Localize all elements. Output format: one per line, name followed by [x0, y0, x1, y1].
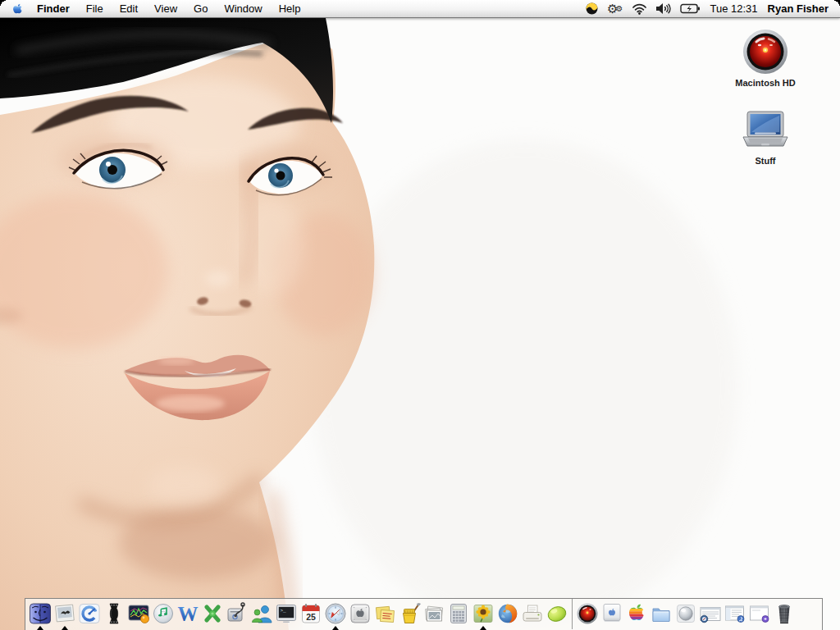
dock-icon-rainbow-apple[interactable] [624, 599, 649, 630]
dock-icon-green-figure-app[interactable] [200, 599, 225, 630]
svg-text:25: 25 [306, 612, 316, 622]
dock-icon-itunes[interactable] [151, 599, 176, 630]
dock-icon-film-spool-app[interactable] [102, 599, 126, 630]
dock-icon-bird-photo-viewer[interactable] [52, 599, 77, 630]
menu-list: Finder File Edit View Go Window Help [29, 0, 308, 18]
dock-icon-mop-bucket-app[interactable] [397, 599, 422, 630]
apple-menu-icon[interactable] [11, 2, 24, 16]
dock-divider [572, 599, 573, 629]
screen-corner-top-right [834, 0, 840, 6]
menu-edit[interactable]: Edit [112, 0, 146, 18]
dock-icon-g4-cube[interactable] [600, 599, 624, 630]
fast-user-switch-menu[interactable]: Ryan Fisher [768, 2, 833, 15]
menu-finder[interactable]: Finder [29, 0, 78, 18]
dock-icon-apple-plate-app[interactable] [348, 599, 372, 630]
dock-icon-firefox[interactable] [495, 599, 520, 630]
desktop-icon-area: Macintosh HD Stuff [719, 28, 812, 166]
classic-swirl-icon[interactable] [585, 0, 599, 18]
dock-icon-minimized-window-finder[interactable] [723, 599, 747, 630]
dock: W [25, 598, 823, 630]
dock-icon-hal9000-volume[interactable] [575, 599, 600, 630]
dock-icon-calculator[interactable] [446, 599, 471, 630]
dock-icon-finder[interactable] [28, 599, 52, 630]
menu-go[interactable]: Go [185, 0, 216, 18]
volume-icon[interactable] [655, 0, 672, 18]
menu-file[interactable]: File [78, 0, 112, 18]
dock-icon-safari[interactable] [323, 599, 348, 630]
menu-bar-clock[interactable]: Tue 12:31 [709, 2, 760, 15]
desktop-icon-macintosh-hd[interactable]: Macintosh HD [735, 28, 795, 88]
svg-text:>_: >_ [281, 608, 287, 614]
menu-bar-status-area: ⚙⚙ [585, 0, 833, 18]
dock-icon-disk-doctor[interactable] [225, 599, 249, 630]
dock-icon-trash[interactable] [772, 599, 797, 630]
battery-charging-icon[interactable] [680, 0, 701, 18]
dock-icon-stickies[interactable] [372, 599, 397, 630]
desktop-icon-label: Stuff [755, 156, 775, 166]
dock-icon-waveform-monitor-app[interactable] [126, 599, 151, 630]
dock-icon-msn-messenger[interactable] [249, 599, 274, 630]
dock-icon-silver-sphere[interactable] [673, 599, 698, 630]
dock-icon-minimized-window-safari[interactable] [698, 599, 723, 630]
gears-icon[interactable]: ⚙⚙ [607, 0, 623, 18]
dock-icon-limewire[interactable] [545, 599, 569, 630]
dock-icon-blue-folder[interactable] [649, 599, 673, 630]
desktop-icon-stuff[interactable]: Stuff [740, 111, 791, 166]
screen-corner-top-left [0, 0, 6, 6]
dock-icon-microsoft-word[interactable]: W [176, 599, 200, 630]
desktop-icon-label: Macintosh HD [735, 78, 795, 88]
dock-icon-ical[interactable]: 25 [299, 599, 323, 630]
powerbook-laptop-icon [740, 111, 791, 153]
dock-icon-sunflower-image-app[interactable] [471, 599, 495, 630]
dock-icon-quicktime-player[interactable] [77, 599, 102, 630]
desktop-screen: Finder File Edit View Go Window Help ⚙⚙ [0, 0, 840, 630]
wifi-icon[interactable] [632, 0, 647, 18]
hal9000-eye-icon [742, 28, 789, 75]
menu-window[interactable]: Window [216, 0, 270, 18]
svg-text:W: W [178, 603, 199, 625]
dock-icon-terminal[interactable]: >_ [274, 599, 299, 630]
dock-icon-minimized-window-plain[interactable] [747, 599, 772, 630]
menu-bar: Finder File Edit View Go Window Help ⚙⚙ [0, 0, 840, 18]
dock-icon-printer-utility[interactable] [520, 599, 545, 630]
dock-icon-photo-stack-app[interactable] [422, 599, 446, 630]
menu-help[interactable]: Help [271, 0, 309, 18]
menu-view[interactable]: View [146, 0, 185, 18]
wallpaper-portrait [0, 0, 840, 630]
